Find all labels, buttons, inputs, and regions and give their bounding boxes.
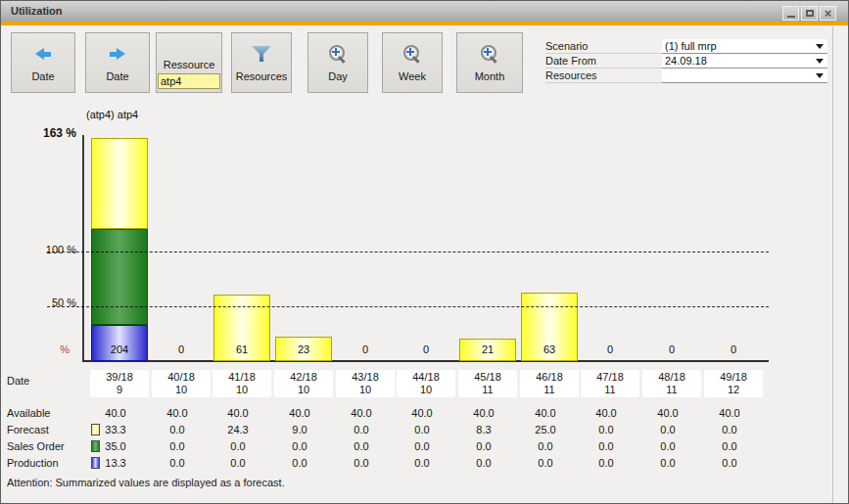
accent-bar [1,22,848,25]
chevron-down-icon[interactable] [816,73,824,78]
magnifier-handle [412,56,420,64]
toolbar-button-label: Resources [236,70,288,82]
table-cell: 24.3 [210,424,266,436]
toolbar-button-icon-area [110,39,125,69]
date-cell: 48/1811 [642,370,701,397]
date-cell: 42/1810 [274,370,333,397]
toolbar-button-week[interactable]: Week [382,32,443,93]
toolbar-button-day[interactable]: Day [307,32,368,93]
date-month: 10 [212,384,271,396]
y-axis-label: % [30,344,76,356]
form-row-scenario: Scenario(1) full mrp [545,39,827,54]
toolbar-button-month[interactable]: Month [456,32,523,93]
date-cell: 46/1811 [520,370,579,397]
bar-value-label: 0 [582,344,638,355]
bar-value-label: 21 [459,344,516,355]
table-cell: 0.0 [210,457,266,470]
row-label-forecast: Forecast [7,424,49,436]
table-cell: 0.0 [578,424,635,436]
toolbar-button-icon-area [252,39,271,69]
form-combo-scenario[interactable]: (1) full mrp [662,39,827,54]
date-cell: 39/189 [90,370,149,397]
table-cell: 0.0 [578,457,635,470]
content-panel-edge [832,26,833,503]
table-cell: 0.0 [455,440,512,453]
date-week: 44/18 [397,371,455,384]
bar-value-label: 0 [705,344,762,355]
arrow-head [117,48,125,60]
form-label-date-from: Date From [545,54,662,69]
date-month: 9 [90,384,149,396]
minimize-button[interactable] [782,6,799,21]
date-month: 10 [336,384,395,396]
toolbar-button-label: Date [106,70,128,82]
form-value-scenario: (1) full mrp [665,39,717,53]
table-cell: 40.0 [394,407,450,420]
table-cell: 0.0 [639,457,696,470]
table-cell: 0.0 [517,457,574,470]
chevron-down-icon[interactable] [816,44,824,49]
chevron-down-icon[interactable] [816,59,824,64]
toolbar-button-date-back[interactable]: Date [11,32,75,93]
table-cell: 40.0 [87,407,144,420]
x-axis-line [82,360,769,362]
date-cell: 45/1811 [458,370,517,397]
y-axis-label: 100 % [30,244,76,256]
magnifier-handle [338,56,346,64]
y-axis-label: 163 % [30,127,76,140]
ressource-input[interactable] [158,73,220,89]
table-cell: 0.0 [333,457,390,470]
chart-title: (atp4) atp4 [86,109,138,120]
table-cell: 0.0 [333,440,390,453]
maximize-button[interactable] [801,6,818,21]
table-cell: 40.0 [271,407,328,420]
bar-value-label: 23 [275,344,332,355]
table-cell: 9.0 [271,424,328,436]
toolbar-button-resources[interactable]: Resources [231,32,292,93]
table-cell: 0.0 [394,424,450,436]
bar-value-label: 0 [643,344,700,355]
table-cell: 40.0 [333,407,390,420]
date-cell: 40/1810 [152,370,211,397]
form-combo-date-from[interactable]: 24.09.18 [662,54,827,69]
date-month: 11 [458,384,517,396]
zoom-icon [480,44,499,64]
date-week: 42/18 [274,371,333,384]
title-bar[interactable]: Utilization × [1,1,848,23]
form-combo-resources[interactable] [662,69,827,83]
table-cell: 0.0 [333,424,390,436]
attention-note: Attention: Summarized values are display… [7,477,285,488]
table-cell: 40.0 [701,407,758,420]
bar-segment-forecast [91,138,148,229]
row-label-production: Production [7,457,59,470]
magnifier-handle [490,56,497,64]
close-button[interactable]: × [820,6,836,21]
table-cell: 0.0 [701,440,758,453]
table-cell: 40.0 [639,407,696,420]
toolbar-button-icon-area [402,39,422,69]
table-cell: 8.3 [455,424,512,436]
magnifier-pv [487,48,489,56]
zoom-icon [402,44,422,64]
form-row-date-from: Date From24.09.18 [545,54,827,69]
bar-value-label: 0 [153,344,210,355]
date-week: 48/18 [642,371,701,384]
table-cell: 0.0 [639,440,696,453]
gridline-100pct [47,252,769,252]
zoom-icon [328,44,348,64]
toolbar-button-date-forward[interactable]: Date [85,32,150,93]
window-title: Utilization [11,1,63,22]
table-cell: 0.0 [149,440,206,453]
date-cell: 44/1810 [397,370,455,397]
date-month: 10 [397,384,455,396]
date-week: 46/18 [520,371,579,384]
table-cell: 0.0 [149,424,206,436]
arrow-right-icon [110,48,125,60]
arrow-tail [44,52,51,57]
date-cell: 47/1811 [581,370,639,397]
date-week: 41/18 [212,371,271,384]
date-row-label: Date [7,375,29,388]
table-cell: 0.0 [210,440,266,453]
toolbar-button-ressource[interactable]: Ressource [156,32,222,93]
toolbar-button-label: Date [31,70,54,82]
